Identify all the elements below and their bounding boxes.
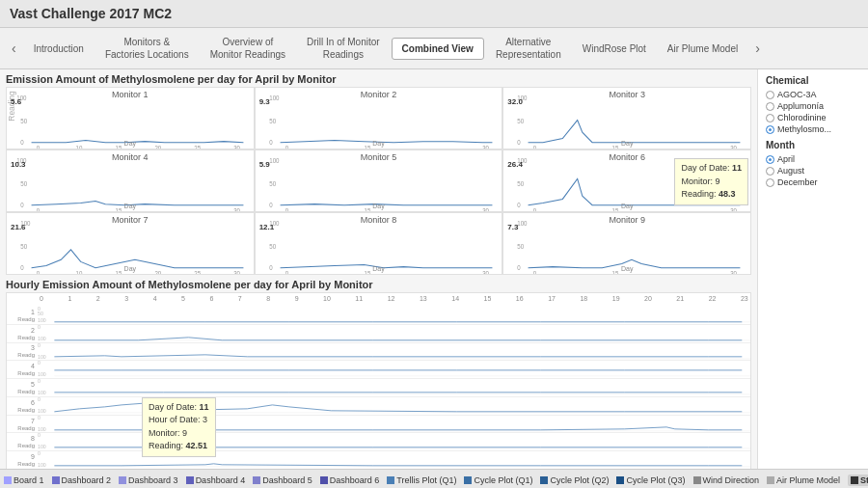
- svg-text:100: 100: [38, 425, 46, 431]
- svg-text:0: 0: [37, 270, 41, 274]
- svg-text:50: 50: [20, 118, 27, 124]
- svg-text:50: 50: [269, 180, 276, 187]
- tab-windrose[interactable]: WindRose Plot: [573, 39, 656, 59]
- chemical-section-title: Chemical: [766, 75, 860, 86]
- chemical-methylosmo[interactable]: Methylosmo...: [766, 124, 860, 134]
- tab-drill-in[interactable]: Drill In of MonitorReadings: [297, 32, 390, 65]
- taskbar-wind-direction[interactable]: Wind Direction: [693, 475, 760, 485]
- bottom-section: Hourly Emission Amount of Methylosmolene…: [6, 279, 751, 469]
- tab-introduction[interactable]: Introduction: [24, 39, 94, 59]
- chemical-applumonía-label: Applumonía: [777, 101, 824, 111]
- svg-text:100: 100: [518, 220, 529, 227]
- hourly-label-5: 5Readg: [7, 381, 38, 394]
- tab-overview[interactable]: Overview ofMonitor Readings: [201, 32, 295, 65]
- chemical-agoc3a-label: AGOC-3A: [777, 90, 817, 99]
- navigation-tabs: ‹ Introduction Monitors &Factories Locat…: [0, 28, 868, 69]
- taskbar-label-board1: Board 1: [14, 475, 44, 485]
- svg-text:0: 0: [533, 270, 537, 274]
- taskbar-dashboard2[interactable]: Dashboard 2: [52, 475, 112, 485]
- svg-text:30: 30: [482, 145, 489, 149]
- svg-text:0: 0: [38, 343, 41, 348]
- tab-monitors[interactable]: Monitors &Factories Locations: [95, 32, 199, 65]
- svg-text:100: 100: [269, 157, 280, 164]
- taskbar-dashboard6[interactable]: Dashboard 6: [320, 475, 380, 485]
- month-april[interactable]: April: [766, 154, 860, 164]
- taskbar-dashboard5[interactable]: Dashboard 5: [253, 475, 312, 485]
- svg-text:30: 30: [482, 270, 489, 274]
- radio-april: [766, 155, 774, 164]
- nav-right-arrow[interactable]: ›: [749, 39, 766, 58]
- monitor-7-label: Monitor 7: [112, 215, 149, 225]
- taskbar-cycle-q3[interactable]: Cycle Plot (Q3): [616, 475, 685, 485]
- svg-text:50: 50: [20, 180, 27, 187]
- svg-text:0: 0: [20, 202, 24, 208]
- svg-text:20: 20: [154, 270, 161, 274]
- monitor-2-x-label: Day: [372, 140, 384, 147]
- taskbar-dashboard3[interactable]: Dashboard 3: [119, 475, 178, 485]
- monitor-4-x-label: Day: [124, 203, 136, 209]
- tab-alternative[interactable]: AlternativeRepresentation: [486, 32, 571, 65]
- svg-text:0: 0: [533, 145, 537, 149]
- monitor-3-chart: Monitor 3 32.0 100 50 0 0 15 30 Day: [502, 87, 751, 149]
- taskbar-dashboard4[interactable]: Dashboard 4: [186, 475, 246, 485]
- taskbar-cycle-q2[interactable]: Cycle Plot (Q2): [540, 475, 609, 485]
- svg-text:0: 0: [518, 202, 522, 208]
- monitor-2-value: 9.3: [259, 97, 270, 106]
- charts-area: Emission Amount of Methylosmolene per da…: [0, 69, 757, 469]
- svg-text:50: 50: [518, 180, 525, 187]
- monitor-2-chart: Monitor 2 9.3 100 50 0 0 15 30 Day: [255, 87, 503, 149]
- svg-text:0: 0: [20, 264, 24, 271]
- radio-methylosmo: [766, 125, 774, 134]
- svg-text:15: 15: [115, 207, 122, 211]
- svg-text:100: 100: [38, 390, 46, 395]
- tab-combined-view[interactable]: Combined View: [392, 38, 484, 60]
- svg-text:30: 30: [233, 207, 240, 211]
- svg-text:25: 25: [194, 270, 201, 274]
- taskbar-dot-dashboard6: [320, 476, 328, 484]
- hourly-row-1: 1Readg 100 50 0: [7, 307, 750, 325]
- monitor-8-value: 12.1: [259, 223, 275, 231]
- top-chart-title: Emission Amount of Methylosmolene per da…: [6, 73, 751, 85]
- taskbar-air-plume[interactable]: Air Plume Model: [767, 475, 840, 485]
- nav-left-arrow[interactable]: ‹: [6, 39, 22, 58]
- taskbar-story[interactable]: Story: [848, 474, 868, 486]
- hourly-row-2: 2Readg 100 0: [7, 325, 750, 343]
- taskbar-trellis-q1[interactable]: Trellis Plot (Q1): [387, 475, 456, 485]
- taskbar-dot-wind-direction: [693, 476, 701, 484]
- monitor-4-label: Monitor 4: [112, 152, 149, 162]
- taskbar-cycle-q1[interactable]: Cycle Plot (Q1): [464, 475, 532, 485]
- monitor-9-value: 7.3: [507, 223, 518, 231]
- chemical-agoc3a[interactable]: AGOC-3A: [766, 90, 860, 99]
- radio-applumonía: [766, 102, 774, 111]
- monitor-3-x-label: Day: [621, 140, 633, 147]
- chemical-chlorodinine[interactable]: Chlorodinine: [766, 113, 860, 122]
- taskbar-dot-dashboard3: [119, 476, 126, 484]
- taskbar-board1[interactable]: Board 1: [4, 475, 44, 485]
- svg-text:0: 0: [269, 139, 273, 146]
- svg-text:50: 50: [269, 243, 276, 250]
- svg-text:15: 15: [115, 145, 122, 149]
- svg-text:30: 30: [482, 207, 489, 211]
- chemical-applumonía[interactable]: Applumonía: [766, 101, 860, 111]
- hourly-chart-title: Hourly Emission Amount of Methylosmolene…: [6, 279, 751, 290]
- title-text: Vast Challenge 2017 MC2: [10, 6, 172, 21]
- monitor-5-x-label: Day: [372, 203, 384, 209]
- svg-text:100: 100: [38, 462, 46, 468]
- svg-text:0: 0: [20, 139, 24, 146]
- taskbar-label-trellis-q1: Trellis Plot (Q1): [396, 475, 456, 485]
- svg-text:0: 0: [38, 361, 41, 366]
- hourly-label-2: 2Readg: [7, 327, 38, 340]
- tab-air-plume[interactable]: Air Plume Model: [658, 39, 747, 59]
- monitor-7-chart: Monitor 7 21.6 100 50 0 0 10 15 20 25 30…: [6, 212, 255, 275]
- month-august[interactable]: August: [766, 166, 860, 176]
- taskbar: Board 1 Dashboard 2 Dashboard 3 Dashboar…: [0, 469, 868, 488]
- month-december[interactable]: December: [766, 177, 860, 187]
- monitor-1-value: 5.6: [11, 97, 21, 106]
- taskbar-label-story: Story: [860, 475, 868, 485]
- svg-text:0: 0: [37, 207, 41, 211]
- svg-text:100: 100: [38, 353, 46, 359]
- month-section-title: Month: [766, 140, 860, 150]
- taskbar-dot-dashboard5: [253, 476, 260, 484]
- radio-august: [766, 167, 774, 176]
- taskbar-label-air-plume: Air Plume Model: [776, 475, 840, 485]
